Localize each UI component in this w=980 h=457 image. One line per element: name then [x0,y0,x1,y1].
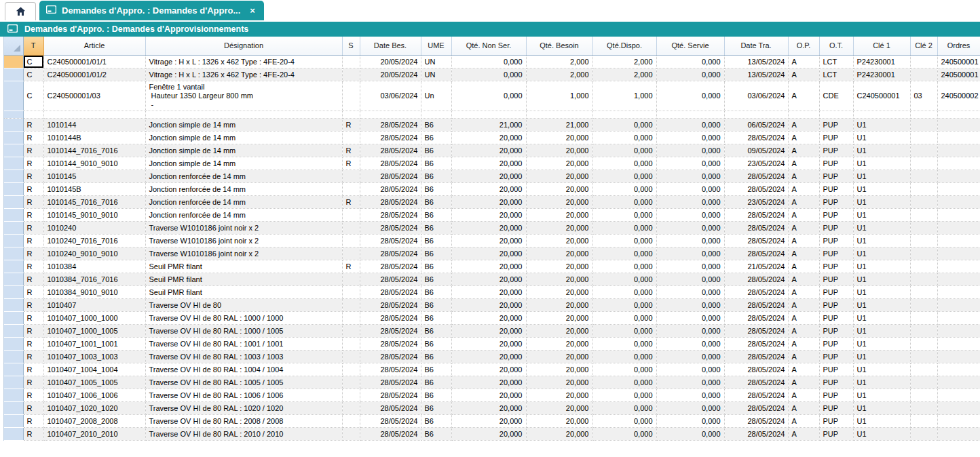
cell-date_tra[interactable]: 28/05/2024 [724,389,788,401]
cell-t[interactable]: R [23,234,43,247]
cell-s[interactable] [342,324,360,337]
cell-t[interactable]: R [23,337,43,350]
cell-op[interactable]: A [788,285,819,298]
cell-ordres[interactable] [937,401,980,414]
cell-q_dispo[interactable]: 1,000 [592,81,656,111]
cell-designation[interactable]: Traverse OV HI de 80 [145,298,342,311]
cell-date_tra[interactable]: 23/05/2024 [724,157,788,170]
row-indicator[interactable] [4,234,23,247]
cell-ot[interactable]: PUP [819,247,853,260]
cell-q_besoin[interactable]: 1,000 [526,81,592,111]
cell-t[interactable]: R [23,350,43,363]
cell-date_bes[interactable]: 28/05/2024 [360,273,421,285]
cell-ume[interactable]: B6 [421,170,451,182]
cell-op[interactable]: A [788,363,819,376]
cell-q_servie[interactable]: 0,000 [656,131,724,144]
cell-designation[interactable]: Seuil PMR filant [145,273,342,285]
cell-cle1[interactable]: U1 [853,427,910,440]
cell-cle1[interactable]: U1 [853,260,910,273]
cell-cle2[interactable] [910,389,937,401]
cell-ume[interactable]: B6 [421,273,451,285]
cell-article[interactable]: 1010145_7016_7016 [43,195,145,208]
column-header-ordres[interactable]: Ordres [937,37,980,55]
cell-q_besoin[interactable]: 20,000 [526,285,592,298]
cell-op[interactable]: A [788,298,819,311]
cell-ot[interactable]: PUP [819,157,853,170]
cell-q_non_ser[interactable]: 20,000 [451,285,526,298]
cell-ume[interactable]: Un [421,81,451,111]
cell-q_non_ser[interactable]: 20,000 [451,376,526,389]
cell-q_servie[interactable]: 0,000 [656,273,724,285]
cell-s[interactable] [342,337,360,350]
cell-ordres[interactable] [937,273,980,285]
cell-article[interactable]: 1010240 [43,221,145,234]
column-header-date_bes[interactable]: Date Bes. [360,37,421,55]
cell-t[interactable]: R [23,118,43,131]
cell-t[interactable]: C [23,81,43,111]
cell-cle1[interactable]: C240500001 [853,81,910,111]
cell-ume[interactable]: B6 [421,376,451,389]
cell-cle1[interactable]: U1 [853,337,910,350]
cell-designation[interactable]: Fenêtre 1 vantail Hauteur 1350 Largeur 8… [145,81,342,111]
cell-article[interactable]: 1010407_1000_1000 [43,311,145,324]
cell-date_bes[interactable]: 28/05/2024 [360,389,421,401]
cell-op[interactable]: A [788,208,819,221]
cell-ordres[interactable] [937,337,980,350]
cell-date_tra[interactable]: 28/05/2024 [724,208,788,221]
cell-q_servie[interactable]: 0,000 [656,55,724,68]
cell-cle2[interactable] [910,111,937,118]
cell-q_dispo[interactable]: 0,000 [592,350,656,363]
cell-op[interactable]: A [788,427,819,440]
row-indicator[interactable] [4,337,23,350]
row-indicator[interactable] [4,324,23,337]
cell-date_bes[interactable]: 28/05/2024 [360,350,421,363]
cell-ume[interactable]: B6 [421,401,451,414]
cell-ot[interactable]: PUP [819,298,853,311]
row-indicator[interactable] [4,350,23,363]
cell-q_servie[interactable]: 0,000 [656,389,724,401]
cell-q_besoin[interactable]: 20,000 [526,311,592,324]
cell-ot[interactable]: PUP [819,118,853,131]
cell-ordres[interactable] [937,157,980,170]
cell-t[interactable]: R [23,376,43,389]
cell-cle2[interactable] [910,182,937,195]
cell-q_non_ser[interactable]: 20,000 [451,427,526,440]
cell-cle2[interactable] [910,260,937,273]
cell-cle1[interactable]: U1 [853,131,910,144]
cell-article[interactable]: 1010407_2008_2008 [43,414,145,427]
cell-ot[interactable]: PUP [819,221,853,234]
cell-ot[interactable]: PUP [819,337,853,350]
cell-date_bes[interactable]: 28/05/2024 [360,247,421,260]
cell-date_tra[interactable]: 28/05/2024 [724,311,788,324]
cell-ot[interactable]: CDE [819,81,853,111]
cell-ot[interactable]: PUP [819,285,853,298]
cell-q_non_ser[interactable]: 20,000 [451,157,526,170]
cell-op[interactable]: A [788,157,819,170]
cell-q_dispo[interactable]: 0,000 [592,221,656,234]
cell-q_dispo[interactable]: 0,000 [592,273,656,285]
cell-op[interactable]: A [788,337,819,350]
cell-designation[interactable]: Traverse OV HI de 80 RAL : 1000 / 1005 [145,324,342,337]
cell-ot[interactable]: PUP [819,144,853,157]
close-icon[interactable]: × [250,6,255,15]
cell-q_besoin[interactable]: 20,000 [526,363,592,376]
row-indicator[interactable] [4,363,23,376]
column-header-q_servie[interactable]: Qté. Servie [656,37,724,55]
cell-cle1[interactable]: P24230001 [853,55,910,68]
cell-article[interactable]: 1010144_7016_7016 [43,144,145,157]
cell-article[interactable]: 1010144 [43,118,145,131]
cell-ume[interactable]: B6 [421,221,451,234]
cell-date_bes[interactable]: 28/05/2024 [360,170,421,182]
cell-ordres[interactable] [937,389,980,401]
cell-q_servie[interactable]: 0,000 [656,298,724,311]
cell-q_besoin[interactable]: 20,000 [526,234,592,247]
cell-ume[interactable]: UN [421,68,451,81]
cell-date_tra[interactable] [724,111,788,118]
cell-cle1[interactable]: P24230001 [853,68,910,81]
cell-date_tra[interactable]: 13/05/2024 [724,68,788,81]
cell-cle2[interactable] [910,273,937,285]
cell-s[interactable] [342,55,360,68]
cell-op[interactable]: A [788,311,819,324]
cell-ot[interactable]: PUP [819,414,853,427]
cell-q_non_ser[interactable]: 20,000 [451,247,526,260]
